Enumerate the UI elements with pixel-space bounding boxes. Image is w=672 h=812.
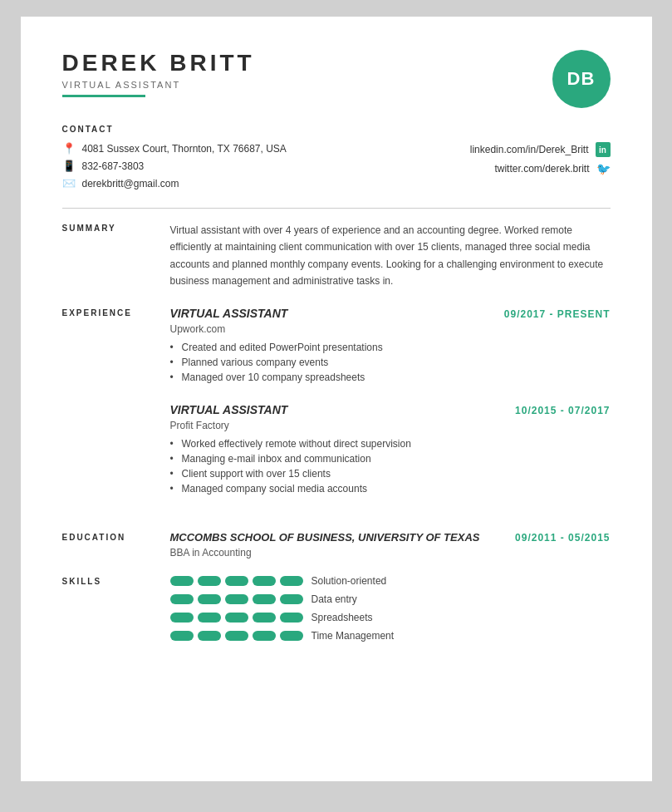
summary-label-col: SUMMARY [62,222,170,290]
job-title-1: VIRTUAL ASSISTANT [170,307,288,320]
summary-content: Virtual assistant with over 4 years of e… [170,222,611,290]
job-header-1: VIRTUAL ASSISTANT 09/2017 - PRESENT [170,307,611,320]
job-header-2: VIRTUAL ASSISTANT 10/2015 - 07/2017 [170,403,611,416]
twitter-text: twitter.com/derek.britt [494,163,589,175]
skill-dot [280,631,303,641]
contact-right: linkedin.com/in/Derek_Britt in twitter.c… [470,142,611,194]
avatar: DB [552,50,611,108]
section-divider [62,208,611,209]
education-content: MCCOMBS SCHOOL OF BUSINESS, UNIVERSITY O… [170,531,611,559]
phone-text: 832-687-3803 [82,160,145,172]
candidate-title: VIRTUAL ASSISTANT [62,80,255,90]
skills-section: SKILLS Solution-oriented [62,575,611,648]
skills-content: Solution-oriented Data entry [170,575,611,648]
skill-name-4: Time Management [311,630,395,642]
skill-dot [225,576,248,586]
job-company-1: Upwork.com [170,323,611,335]
phone-icon: 📱 [62,160,76,172]
job-block-2: VIRTUAL ASSISTANT 10/2015 - 07/2017 Prof… [170,403,611,495]
education-label: EDUCATION [62,533,170,542]
job-company-2: Profit Factory [170,420,611,431]
edu-header: MCCOMBS SCHOOL OF BUSINESS, UNIVERSITY O… [170,531,611,544]
bullet-item: Planned various company events [170,357,611,368]
experience-section: EXPERIENCE VIRTUAL ASSISTANT 09/2017 - P… [62,307,611,514]
job-date-1: 09/2017 - PRESENT [504,308,611,320]
skill-dots-3 [170,613,303,623]
skill-dot [253,576,276,586]
job-bullets-1: Created and edited PowerPoint presentati… [170,342,611,383]
bullet-item: Managed company social media accounts [170,483,611,495]
skill-dot [253,631,276,641]
experience-label: EXPERIENCE [62,308,170,317]
twitter-icon: 🐦 [596,162,611,175]
skill-dot [225,594,248,604]
linkedin-icon: in [596,142,611,157]
header-section: DEREK BRITT VIRTUAL ASSISTANT DB [62,50,611,108]
skill-dot [198,576,221,586]
skill-dot [170,576,194,586]
address-text: 4081 Sussex Court, Thornton, TX 76687, U… [82,143,287,155]
bullet-item: Managed over 10 company spreadsheets [170,372,611,383]
skill-row-2: Data entry [170,593,611,605]
skill-dots-4 [170,631,303,641]
skill-dots-1 [170,576,303,586]
skill-dot [198,631,221,641]
job-date-2: 10/2015 - 07/2017 [515,405,610,416]
skill-row-1: Solution-oriented [170,575,611,587]
skill-name-2: Data entry [311,593,357,605]
bullet-item: Created and edited PowerPoint presentati… [170,342,611,353]
skill-name-1: Solution-oriented [311,575,387,587]
edu-title: MCCOMBS SCHOOL OF BUSINESS, UNIVERSITY O… [170,531,480,544]
skill-dots-2 [170,594,303,604]
skill-row-3: Spreadsheets [170,612,611,623]
bullet-item: Managing e-mail inbox and communication [170,453,611,465]
skill-dot [198,613,221,623]
resume-container: DEREK BRITT VIRTUAL ASSISTANT DB CONTACT… [21,17,652,781]
skill-dot [280,613,303,623]
skill-dot [253,613,276,623]
address-item: 📍 4081 Sussex Court, Thornton, TX 76687,… [62,142,287,155]
skill-dot [280,594,303,604]
email-item: ✉️ derekbritt@gmail.com [62,177,287,189]
twitter-item: twitter.com/derek.britt 🐦 [470,162,611,175]
email-text: derekbritt@gmail.com [82,178,179,189]
edu-degree: BBA in Accounting [170,547,611,559]
contact-section: CONTACT 📍 4081 Sussex Court, Thornton, T… [62,125,611,194]
job-block-1: VIRTUAL ASSISTANT 09/2017 - PRESENT Upwo… [170,307,611,383]
edu-date: 09/2011 - 05/2015 [515,532,610,544]
job-bullets-2: Worked effectively remote without direct… [170,438,611,495]
skill-dot [225,631,248,641]
skill-dot [170,631,194,641]
phone-item: 📱 832-687-3803 [62,160,287,172]
skill-dot [170,613,194,623]
linkedin-item: linkedin.com/in/Derek_Britt in [470,142,611,157]
location-icon: 📍 [62,142,76,155]
contact-left: 📍 4081 Sussex Court, Thornton, TX 76687,… [62,142,287,194]
skill-dot [280,576,303,586]
skill-dot [170,594,194,604]
summary-text: Virtual assistant with over 4 years of e… [170,222,611,290]
education-label-col: EDUCATION [62,531,170,559]
name-underline [62,95,145,97]
email-icon: ✉️ [62,177,76,189]
experience-content: VIRTUAL ASSISTANT 09/2017 - PRESENT Upwo… [170,307,611,514]
candidate-name: DEREK BRITT [62,50,255,76]
skill-dot [225,613,248,623]
skill-row-4: Time Management [170,630,611,642]
job-title-2: VIRTUAL ASSISTANT [170,403,288,416]
linkedin-text: linkedin.com/in/Derek_Britt [470,144,589,155]
contact-grid: 📍 4081 Sussex Court, Thornton, TX 76687,… [62,142,611,194]
bullet-item: Worked effectively remote without direct… [170,438,611,450]
skill-dot [253,594,276,604]
summary-section: SUMMARY Virtual assistant with over 4 ye… [62,222,611,290]
education-section: EDUCATION MCCOMBS SCHOOL OF BUSINESS, UN… [62,531,611,559]
bullet-item: Client support with over 15 clients [170,468,611,480]
skill-name-3: Spreadsheets [311,612,373,623]
skills-label-col: SKILLS [62,575,170,648]
contact-label: CONTACT [62,125,611,134]
summary-label: SUMMARY [62,224,170,233]
header-left: DEREK BRITT VIRTUAL ASSISTANT [62,50,255,97]
skill-dot [198,594,221,604]
experience-label-col: EXPERIENCE [62,307,170,514]
skills-label: SKILLS [62,577,170,586]
